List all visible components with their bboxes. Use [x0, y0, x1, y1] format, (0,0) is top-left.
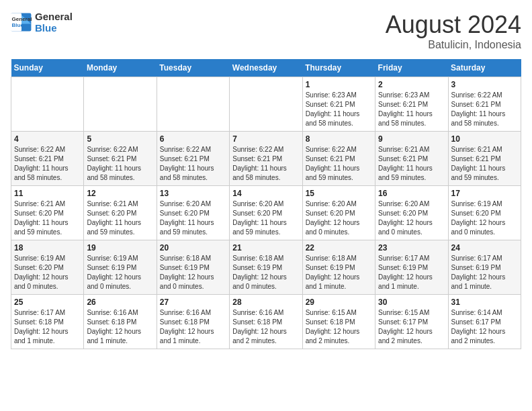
calendar-week-2: 4Sunrise: 6:22 AM Sunset: 6:21 PM Daylig…: [11, 132, 521, 186]
day-info: Sunrise: 6:21 AM Sunset: 6:21 PM Dayligh…: [451, 145, 518, 183]
day-info: Sunrise: 6:18 AM Sunset: 6:19 PM Dayligh…: [306, 254, 372, 291]
day-info: Sunrise: 6:22 AM Sunset: 6:21 PM Dayligh…: [87, 145, 153, 183]
day-header-sunday: Sunday: [11, 59, 84, 77]
day-info: Sunrise: 6:17 AM Sunset: 6:19 PM Dayligh…: [378, 254, 445, 291]
day-info: Sunrise: 6:22 AM Sunset: 6:21 PM Dayligh…: [14, 145, 81, 183]
day-info: Sunrise: 6:15 AM Sunset: 6:18 PM Dayligh…: [306, 308, 372, 346]
day-info: Sunrise: 6:20 AM Sunset: 6:20 PM Dayligh…: [232, 199, 299, 237]
calendar-cell: 15Sunrise: 6:20 AM Sunset: 6:20 PM Dayli…: [302, 186, 375, 240]
calendar-cell: 22Sunrise: 6:18 AM Sunset: 6:19 PM Dayli…: [302, 240, 375, 295]
calendar-week-5: 25Sunrise: 6:17 AM Sunset: 6:18 PM Dayli…: [11, 295, 521, 349]
day-number: 10: [451, 134, 518, 144]
day-number: 9: [378, 134, 445, 144]
day-number: 29: [306, 298, 372, 307]
day-info: Sunrise: 6:19 AM Sunset: 6:20 PM Dayligh…: [14, 254, 81, 291]
calendar-cell: [11, 77, 84, 132]
day-number: 11: [14, 189, 81, 198]
day-header-saturday: Saturday: [448, 59, 521, 77]
day-info: Sunrise: 6:14 AM Sunset: 6:17 PM Dayligh…: [451, 308, 518, 346]
day-info: Sunrise: 6:21 AM Sunset: 6:20 PM Dayligh…: [14, 199, 81, 237]
day-number: 27: [160, 298, 226, 307]
calendar-cell: 12Sunrise: 6:21 AM Sunset: 6:20 PM Dayli…: [84, 186, 157, 240]
day-number: 28: [232, 298, 299, 307]
calendar-cell: 2Sunrise: 6:23 AM Sunset: 6:21 PM Daylig…: [375, 77, 448, 132]
calendar-cell: 10Sunrise: 6:21 AM Sunset: 6:21 PM Dayli…: [448, 132, 521, 186]
calendar-cell: 25Sunrise: 6:17 AM Sunset: 6:18 PM Dayli…: [11, 295, 84, 349]
svg-text:General: General: [12, 16, 32, 22]
day-header-tuesday: Tuesday: [157, 59, 229, 77]
month-year: August 2024: [386, 11, 521, 39]
day-number: 12: [87, 189, 153, 198]
day-number: 26: [87, 298, 153, 307]
day-info: Sunrise: 6:15 AM Sunset: 6:17 PM Dayligh…: [378, 308, 445, 346]
calendar-cell: 14Sunrise: 6:20 AM Sunset: 6:20 PM Dayli…: [230, 186, 302, 240]
day-number: 24: [451, 243, 518, 253]
day-number: 2: [378, 80, 445, 89]
day-header-monday: Monday: [84, 59, 157, 77]
day-number: 23: [378, 243, 445, 253]
calendar-cell: 30Sunrise: 6:15 AM Sunset: 6:17 PM Dayli…: [375, 295, 448, 349]
day-info: Sunrise: 6:16 AM Sunset: 6:18 PM Dayligh…: [232, 308, 299, 346]
day-number: 13: [160, 189, 226, 198]
calendar-cell: 7Sunrise: 6:22 AM Sunset: 6:21 PM Daylig…: [230, 132, 302, 186]
day-number: 4: [14, 134, 81, 144]
day-number: 30: [378, 298, 445, 307]
day-info: Sunrise: 6:20 AM Sunset: 6:20 PM Dayligh…: [378, 199, 445, 237]
calendar-header-row: SundayMondayTuesdayWednesdayThursdayFrid…: [11, 59, 521, 77]
calendar-week-3: 11Sunrise: 6:21 AM Sunset: 6:20 PM Dayli…: [11, 186, 521, 240]
day-number: 16: [378, 189, 445, 198]
calendar-table: SundayMondayTuesdayWednesdayThursdayFrid…: [11, 59, 521, 349]
day-info: Sunrise: 6:20 AM Sunset: 6:20 PM Dayligh…: [306, 199, 372, 237]
day-info: Sunrise: 6:20 AM Sunset: 6:20 PM Dayligh…: [160, 199, 226, 237]
day-number: 19: [87, 243, 153, 253]
page-header: General Blue General Blue August 2024 Ba…: [11, 11, 521, 51]
calendar-cell: 20Sunrise: 6:18 AM Sunset: 6:19 PM Dayli…: [157, 240, 229, 295]
logo-general: General: [35, 11, 73, 22]
day-number: 3: [451, 80, 518, 89]
day-info: Sunrise: 6:22 AM Sunset: 6:21 PM Dayligh…: [232, 145, 299, 183]
day-number: 1: [306, 80, 372, 89]
day-number: 5: [87, 134, 153, 144]
calendar-cell: 23Sunrise: 6:17 AM Sunset: 6:19 PM Dayli…: [375, 240, 448, 295]
calendar-cell: 4Sunrise: 6:22 AM Sunset: 6:21 PM Daylig…: [11, 132, 84, 186]
calendar-cell: [157, 77, 229, 132]
day-header-thursday: Thursday: [302, 59, 375, 77]
day-info: Sunrise: 6:19 AM Sunset: 6:19 PM Dayligh…: [87, 254, 153, 291]
day-number: 31: [451, 298, 518, 307]
day-info: Sunrise: 6:19 AM Sunset: 6:20 PM Dayligh…: [451, 199, 518, 237]
calendar-cell: 1Sunrise: 6:23 AM Sunset: 6:21 PM Daylig…: [302, 77, 375, 132]
calendar-cell: 21Sunrise: 6:18 AM Sunset: 6:19 PM Dayli…: [230, 240, 302, 295]
svg-text:Blue: Blue: [12, 22, 24, 28]
calendar-cell: [84, 77, 157, 132]
day-info: Sunrise: 6:23 AM Sunset: 6:21 PM Dayligh…: [378, 91, 445, 128]
calendar-cell: 18Sunrise: 6:19 AM Sunset: 6:20 PM Dayli…: [11, 240, 84, 295]
calendar-cell: 29Sunrise: 6:15 AM Sunset: 6:18 PM Dayli…: [302, 295, 375, 349]
day-info: Sunrise: 6:21 AM Sunset: 6:21 PM Dayligh…: [378, 145, 445, 183]
logo: General Blue General Blue: [11, 11, 73, 34]
day-info: Sunrise: 6:17 AM Sunset: 6:18 PM Dayligh…: [14, 308, 81, 346]
calendar-cell: 26Sunrise: 6:16 AM Sunset: 6:18 PM Dayli…: [84, 295, 157, 349]
calendar-cell: 24Sunrise: 6:17 AM Sunset: 6:19 PM Dayli…: [448, 240, 521, 295]
day-number: 21: [232, 243, 299, 253]
calendar-cell: 11Sunrise: 6:21 AM Sunset: 6:20 PM Dayli…: [11, 186, 84, 240]
day-number: 20: [160, 243, 226, 253]
day-info: Sunrise: 6:16 AM Sunset: 6:18 PM Dayligh…: [87, 308, 153, 346]
calendar-cell: 28Sunrise: 6:16 AM Sunset: 6:18 PM Dayli…: [230, 295, 302, 349]
day-info: Sunrise: 6:18 AM Sunset: 6:19 PM Dayligh…: [160, 254, 226, 291]
calendar-cell: 13Sunrise: 6:20 AM Sunset: 6:20 PM Dayli…: [157, 186, 229, 240]
calendar-cell: 5Sunrise: 6:22 AM Sunset: 6:21 PM Daylig…: [84, 132, 157, 186]
day-number: 6: [160, 134, 226, 144]
calendar-cell: 17Sunrise: 6:19 AM Sunset: 6:20 PM Dayli…: [448, 186, 521, 240]
logo-blue: Blue: [35, 22, 73, 34]
calendar-week-4: 18Sunrise: 6:19 AM Sunset: 6:20 PM Dayli…: [11, 240, 521, 295]
day-number: 18: [14, 243, 81, 253]
calendar-cell: 9Sunrise: 6:21 AM Sunset: 6:21 PM Daylig…: [375, 132, 448, 186]
day-number: 25: [14, 298, 81, 307]
day-info: Sunrise: 6:22 AM Sunset: 6:21 PM Dayligh…: [160, 145, 226, 183]
day-info: Sunrise: 6:22 AM Sunset: 6:21 PM Dayligh…: [306, 145, 372, 183]
day-number: 14: [232, 189, 299, 198]
calendar-cell: 19Sunrise: 6:19 AM Sunset: 6:19 PM Dayli…: [84, 240, 157, 295]
calendar-week-1: 1Sunrise: 6:23 AM Sunset: 6:21 PM Daylig…: [11, 77, 521, 132]
day-number: 22: [306, 243, 372, 253]
day-number: 15: [306, 189, 372, 198]
